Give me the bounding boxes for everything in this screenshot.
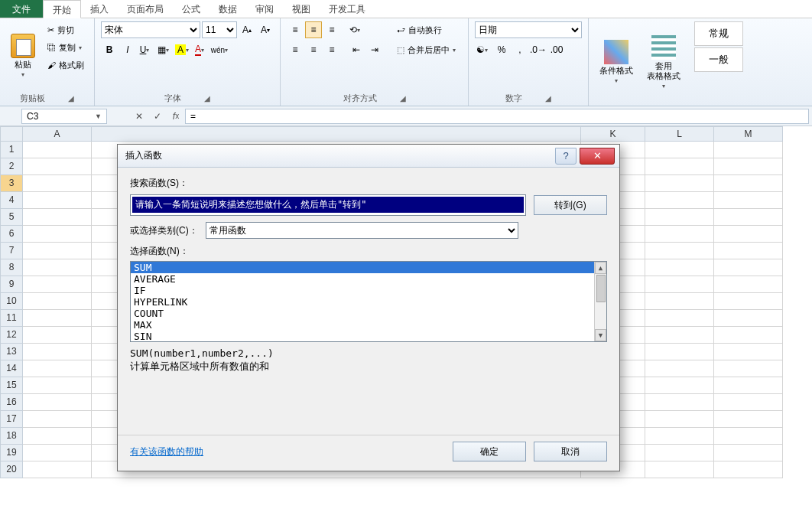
cell[interactable] [23, 226, 92, 243]
cell[interactable] [645, 293, 714, 310]
tab-data[interactable]: 数据 [209, 0, 246, 18]
cell[interactable] [23, 360, 92, 377]
cell[interactable] [714, 445, 783, 461]
col-header[interactable]: A [23, 126, 92, 142]
list-item[interactable]: MAX [131, 319, 606, 331]
row-header[interactable]: 4 [0, 192, 23, 209]
format-painter-button[interactable]: 格式刷 [44, 57, 88, 73]
copy-button[interactable]: 复制▾ [44, 39, 88, 56]
cell[interactable] [714, 411, 783, 428]
list-item[interactable]: SUM [131, 262, 606, 273]
cell[interactable] [23, 344, 92, 360]
cell[interactable] [23, 445, 92, 461]
function-listbox[interactable]: SUM AVERAGE IF HYPERLINK COUNT MAX SIN ▲… [130, 261, 607, 342]
align-top-button[interactable]: ≡ [287, 21, 304, 38]
cell[interactable] [645, 158, 714, 175]
row-header[interactable]: 10 [0, 293, 23, 310]
cell[interactable] [714, 461, 783, 478]
cell[interactable] [23, 209, 92, 226]
scroll-down-icon[interactable]: ▼ [595, 329, 606, 341]
cell[interactable] [23, 377, 92, 394]
list-item[interactable]: SIN [131, 331, 606, 342]
font-launcher-icon[interactable]: ◢ [204, 94, 210, 103]
cell[interactable] [714, 428, 783, 445]
tab-formula[interactable]: 公式 [173, 0, 209, 18]
border-button[interactable]: ▦▾ [156, 41, 173, 58]
align-right-button[interactable]: ≡ [323, 41, 340, 58]
row-header[interactable]: 18 [0, 428, 23, 445]
formula-input[interactable]: = [185, 109, 809, 124]
tab-view[interactable]: 视图 [283, 0, 320, 18]
cell[interactable] [23, 243, 92, 259]
row-header[interactable]: 8 [0, 259, 23, 276]
cell[interactable] [23, 158, 92, 175]
cell[interactable] [645, 175, 714, 192]
style-normal[interactable]: 常规 [694, 21, 743, 46]
row-header[interactable]: 12 [0, 327, 23, 344]
percent-button[interactable]: % [493, 41, 510, 58]
bold-button[interactable]: B [101, 41, 118, 58]
cell[interactable] [714, 259, 783, 276]
italic-button[interactable]: I [119, 41, 136, 58]
cell[interactable] [645, 461, 714, 478]
row-header[interactable]: 11 [0, 310, 23, 327]
wrap-text-button[interactable]: ⮐自动换行 [394, 21, 462, 38]
go-button[interactable]: 转到(G) [534, 195, 607, 215]
name-box[interactable]: C3▼ [21, 109, 107, 124]
number-launcher-icon[interactable]: ◢ [545, 94, 551, 103]
cell[interactable] [645, 142, 714, 158]
list-item[interactable]: AVERAGE [131, 273, 606, 285]
select-all-corner[interactable] [0, 126, 23, 142]
cell[interactable] [645, 276, 714, 293]
cell[interactable] [714, 310, 783, 327]
cell[interactable] [714, 158, 783, 175]
dialog-close-button[interactable]: ✕ [580, 148, 615, 165]
cell[interactable] [645, 394, 714, 411]
font-color-button[interactable]: A▾ [193, 41, 209, 58]
paste-button[interactable]: 粘贴 ▾ [6, 21, 40, 91]
col-header[interactable]: L [645, 126, 714, 142]
search-function-input[interactable]: 请输入一条简短说明来描述您想做什么，然后单击"转到" [130, 194, 526, 216]
dialog-titlebar[interactable]: 插入函数 ? ✕ [118, 145, 619, 168]
cell[interactable] [645, 243, 714, 259]
cell[interactable] [714, 327, 783, 344]
insert-function-button[interactable]: fx [167, 109, 185, 124]
ok-button[interactable]: 确定 [453, 442, 526, 461]
align-launcher-icon[interactable]: ◢ [400, 94, 406, 103]
row-header[interactable]: 13 [0, 344, 23, 360]
increase-decimal-button[interactable]: .0→ [530, 41, 547, 58]
row-header[interactable]: 5 [0, 209, 23, 226]
cell[interactable] [714, 293, 783, 310]
cell[interactable] [645, 192, 714, 209]
cell[interactable] [714, 243, 783, 259]
cell[interactable] [23, 310, 92, 327]
cell[interactable] [714, 226, 783, 243]
cell[interactable] [714, 344, 783, 360]
merge-center-button[interactable]: ⬚合并后居中▾ [394, 41, 462, 58]
col-header[interactable]: K [581, 126, 645, 142]
col-header[interactable]: M [714, 126, 783, 142]
decrease-indent-button[interactable]: ⇤ [348, 41, 365, 58]
scroll-thumb[interactable] [596, 275, 606, 302]
cell[interactable] [23, 411, 92, 428]
cell[interactable] [23, 259, 92, 276]
tab-developer[interactable]: 开发工具 [320, 0, 375, 18]
cell[interactable] [645, 428, 714, 445]
cell[interactable] [645, 344, 714, 360]
currency-button[interactable]: ☯▾ [475, 41, 492, 58]
decrease-decimal-button[interactable]: .00 [548, 41, 565, 58]
row-header[interactable]: 6 [0, 226, 23, 243]
category-select[interactable]: 常用函数 [206, 222, 518, 239]
cell[interactable] [645, 360, 714, 377]
clipboard-launcher-icon[interactable]: ◢ [68, 94, 74, 103]
cell[interactable] [645, 327, 714, 344]
list-item[interactable]: HYPERLINK [131, 296, 606, 308]
tab-home[interactable]: 开始 [43, 0, 81, 18]
row-header[interactable]: 14 [0, 360, 23, 377]
function-help-link[interactable]: 有关该函数的帮助 [130, 445, 203, 458]
cell[interactable] [23, 394, 92, 411]
align-middle-button[interactable]: ≡ [305, 21, 322, 38]
row-header[interactable]: 3 [0, 175, 23, 192]
align-bottom-button[interactable]: ≡ [323, 21, 340, 38]
scroll-up-icon[interactable]: ▲ [595, 262, 606, 274]
